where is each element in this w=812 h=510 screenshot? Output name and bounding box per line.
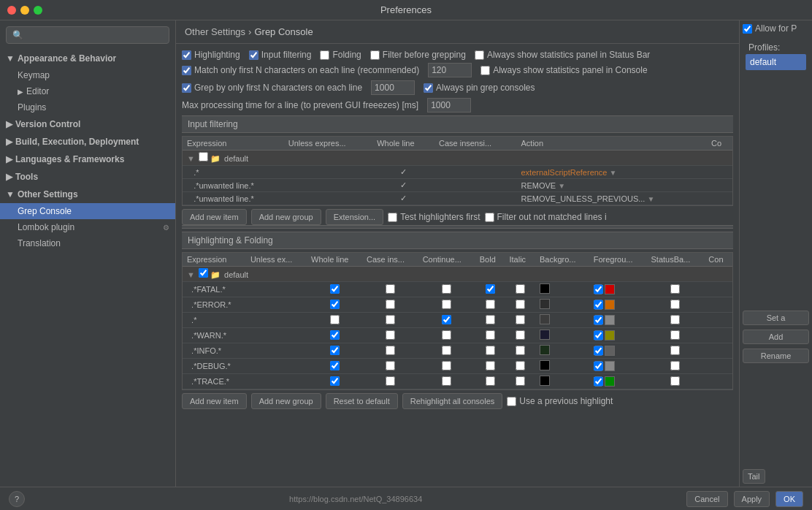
set-a-button[interactable]: Set a [743,311,809,325]
table-row[interactable]: .*TRACE.* [183,374,732,389]
folding-checkbox[interactable] [320,50,329,60]
bg-swatch[interactable] [540,330,550,340]
filter-before-checkbox-label[interactable]: Filter before grepping [370,50,466,60]
use-previous-highlight-checkbox[interactable] [507,397,516,406]
group-checkbox[interactable] [199,268,208,278]
table-row[interactable]: .*unwanted line.* ✓ REMOVE_UNLESS_PREVIO… [183,192,732,205]
minimize-button[interactable] [20,6,29,15]
sidebar-item-translation[interactable]: Translation [0,235,175,251]
input-filter-section: Input filtering Expression Unless expres… [182,115,733,225]
table-row[interactable]: .*DEBUG.* [183,359,732,374]
test-highlighters-checkbox[interactable] [388,213,397,222]
fg-swatch[interactable] [605,346,615,356]
sidebar-item-keymap[interactable]: Keymap [0,67,175,83]
table-row[interactable]: .*INFO.* [183,343,732,359]
fg-swatch[interactable] [605,300,615,310]
sidebar-item-appearance-behavior[interactable]: ▼ Appearance & Behavior [0,50,175,67]
table-row[interactable]: .*unwanted line.* ✓ REMOVE ▼ [183,179,732,192]
table-row[interactable]: .* ✓ externalScriptReference ▼ [183,166,732,179]
search-input[interactable] [26,30,163,40]
highlighting-table-container[interactable]: Expression Unless ex... Whole line Case … [182,252,733,390]
sidebar-item-plugins[interactable]: Plugins [0,99,175,115]
close-button[interactable] [7,6,16,15]
sidebar-item-other-settings[interactable]: ▼ Other Settings [0,186,175,203]
search-box[interactable]: 🔍 [6,26,169,44]
bg-swatch[interactable] [540,283,550,294]
cancel-button[interactable]: Cancel [686,491,727,507]
max-processing-input[interactable] [427,98,471,113]
table-row[interactable]: .*FATAL.* [183,282,732,297]
window-controls[interactable] [7,6,42,15]
always-show-status-checkbox[interactable] [475,50,484,60]
sidebar-item-version-control[interactable]: ▶ Version Control [0,115,175,133]
fg-swatch[interactable] [605,361,615,371]
profile-default[interactable]: default [746,54,806,70]
table-row[interactable]: .*ERROR.* [183,297,732,313]
filter-before-checkbox[interactable] [370,50,380,60]
highlighting-checkbox-label[interactable]: Highlighting [182,50,240,60]
always-show-console-checkbox[interactable] [480,66,490,75]
use-previous-highlight-label[interactable]: Use a previous highlight [507,396,613,406]
n-value-1-input[interactable] [428,63,472,77]
sidebar-item-label: Other Settings [18,189,78,199]
rename-button[interactable]: Rename [743,349,809,363]
match-first-n-checkbox-label[interactable]: Match only first N characters on each li… [182,65,419,75]
bg-swatch[interactable] [540,314,550,324]
always-show-status-checkbox-label[interactable]: Always show statistics panel in Status B… [475,50,650,60]
sidebar-item-lombok[interactable]: Lombok plugin ⚙ [0,219,175,235]
input-filter-table-container[interactable]: Expression Unless expres... Whole line C… [182,136,733,206]
bg-swatch[interactable] [540,345,550,355]
extension-button[interactable]: Extension... [326,209,383,225]
expand-arrow-icon: ▶ [6,172,12,182]
ok-button[interactable]: OK [775,491,803,507]
match-first-n-checkbox[interactable] [182,66,191,75]
bg-swatch[interactable] [540,360,550,370]
highlighting-checkbox[interactable] [182,50,191,60]
always-pin-checkbox[interactable] [424,83,433,93]
bg-swatch[interactable] [540,299,550,309]
bg-swatch[interactable] [540,376,550,386]
table-row[interactable]: ▼ 📁 default [183,151,732,166]
fg-swatch[interactable] [605,330,615,340]
test-highlighters-text: Test highlighters first [400,212,480,222]
apply-button[interactable]: Apply [734,491,770,507]
filter-not-matched-checkbox[interactable] [485,213,494,222]
col-expr: Expression [183,253,246,267]
col-whole: Whole line [307,253,362,267]
action-link[interactable]: externalScriptReference [521,168,607,177]
rehighlight-button[interactable]: Rehighlight all consoles [402,393,503,409]
input-filtering-checkbox-label[interactable]: Input filtering [249,50,312,60]
add-button[interactable]: Add [743,330,809,344]
fg-swatch[interactable] [605,376,615,387]
grep-first-n-checkbox-label[interactable]: Grep by only first N characters on each … [182,83,362,93]
group-checkbox[interactable] [199,152,208,161]
table-row[interactable]: .* [183,313,732,328]
table-row[interactable]: ▼ 📁 default [183,267,732,282]
n-value-2-input[interactable] [371,80,415,95]
sidebar-item-grep-console[interactable]: Grep Console [0,203,175,219]
input-filtering-checkbox[interactable] [249,50,258,60]
always-pin-checkbox-label[interactable]: Always pin grep consoles [424,83,535,93]
fg-swatch[interactable] [605,315,615,325]
sidebar-item-languages[interactable]: ▶ Languages & Frameworks [0,151,175,168]
add-new-item-button-2[interactable]: Add new item [182,393,247,409]
add-new-group-button-1[interactable]: Add new group [251,209,321,225]
grep-first-n-checkbox[interactable] [182,83,191,93]
sidebar-item-build[interactable]: ▶ Build, Execution, Deployment [0,133,175,151]
filter-not-matched-label[interactable]: Filter out not matched lines i [485,212,607,222]
allow-for-checkbox[interactable] [743,24,752,34]
resize-handle[interactable] [182,225,733,229]
reset-to-default-button[interactable]: Reset to default [326,393,398,409]
always-show-console-checkbox-label[interactable]: Always show statistics panel in Console [480,65,647,75]
table-row[interactable]: .*WARN.* [183,328,732,343]
maximize-button[interactable] [34,6,42,15]
sidebar-item-editor[interactable]: ▶ Editor [0,83,175,99]
test-highlighters-label[interactable]: Test highlighters first [388,212,480,222]
fg-swatch[interactable] [605,284,615,294]
add-new-item-button-1[interactable]: Add new item [182,209,247,225]
help-button[interactable]: ? [9,491,25,507]
tail-button[interactable]: Tail [743,469,765,484]
sidebar-item-tools[interactable]: ▶ Tools [0,168,175,186]
add-new-group-button-2[interactable]: Add new group [251,393,321,409]
folding-checkbox-label[interactable]: Folding [320,50,361,60]
